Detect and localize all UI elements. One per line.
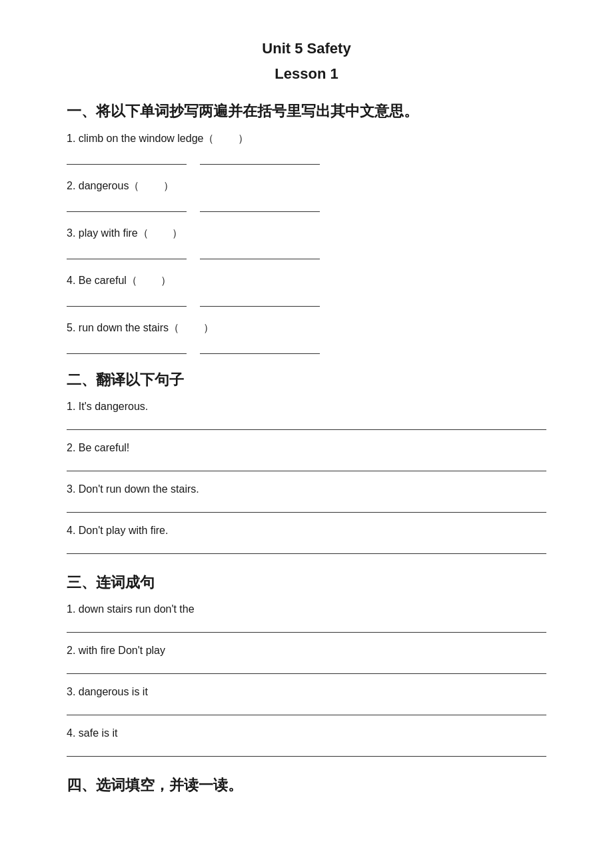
vocab-item-5: 5. run down the stairs（ ） [67,321,546,335]
write-line-4a[interactable] [67,292,187,307]
write-line-2a[interactable] [67,197,187,212]
section-3: 三、连词成句 1. down stairs run don't the 2. w… [67,573,546,757]
word-order-2: 2. with fire Don't play [67,645,546,657]
answer-line-s2[interactable] [67,457,546,471]
vocab-num-3: 3. [67,227,79,239]
answer-line-s4[interactable] [67,539,546,554]
write-line-1b[interactable] [200,150,320,165]
section-4-heading: 四、选词填空，并读一读。 [67,775,546,795]
vocab-item-4: 4. Be careful（ ） [67,274,546,288]
vocab-text-5: run down the stairs（ ） [79,322,214,333]
write-line-5b[interactable] [200,339,320,354]
section-3-heading: 三、连词成句 [67,573,546,593]
write-lines-3 [67,245,546,259]
answer-line-w4[interactable] [67,742,546,757]
page-title: Unit 5 Safety [67,40,546,57]
answer-line-w2[interactable] [67,659,546,674]
section-4: 四、选词填空，并读一读。 [67,775,546,795]
vocab-num-4: 4. [67,275,79,286]
sentence-4: 4. Don't play with fire. [67,525,546,537]
answer-line-w1[interactable] [67,618,546,633]
answer-line-s1[interactable] [67,415,546,430]
vocab-item-2: 2. dangerous（ ） [67,179,546,193]
vocab-num-1: 1. [67,133,79,144]
sentence-2: 2. Be careful! [67,442,546,454]
vocab-text-3: play with fire（ ） [79,227,183,239]
sentence-3: 3. Don't run down the stairs. [67,483,546,495]
word-order-1: 1. down stairs run don't the [67,603,546,615]
write-lines-5 [67,339,546,354]
write-line-2b[interactable] [200,197,320,212]
write-lines-4 [67,292,546,307]
section-1: 一、将以下单词抄写两遍并在括号里写出其中文意思。 1. climb on the… [67,101,546,354]
answer-line-s3[interactable] [67,498,546,513]
word-order-3: 3. dangerous is it [67,686,546,698]
vocab-text-2: dangerous（ ） [79,180,174,191]
section-2: 二、翻译以下句子 1. It's dangerous. 2. Be carefu… [67,370,546,554]
vocab-text-4: Be careful（ ） [79,275,172,286]
write-line-4b[interactable] [200,292,320,307]
lesson-title: Lesson 1 [67,65,546,83]
vocab-num-5: 5. [67,322,79,333]
vocab-text-1: climb on the window ledge（ ） [79,133,249,144]
word-order-4: 4. safe is it [67,727,546,739]
vocab-item-1: 1. climb on the window ledge（ ） [67,132,546,146]
write-lines-1 [67,150,546,165]
write-lines-2 [67,197,546,212]
vocab-item-3: 3. play with fire（ ） [67,227,546,241]
section-2-heading: 二、翻译以下句子 [67,370,546,390]
section-1-heading: 一、将以下单词抄写两遍并在括号里写出其中文意思。 [67,101,546,121]
write-line-5a[interactable] [67,339,187,354]
sentence-1: 1. It's dangerous. [67,401,546,413]
answer-line-w3[interactable] [67,701,546,715]
write-line-3b[interactable] [200,245,320,259]
write-line-1a[interactable] [67,150,187,165]
write-line-3a[interactable] [67,245,187,259]
vocab-num-2: 2. [67,180,79,191]
